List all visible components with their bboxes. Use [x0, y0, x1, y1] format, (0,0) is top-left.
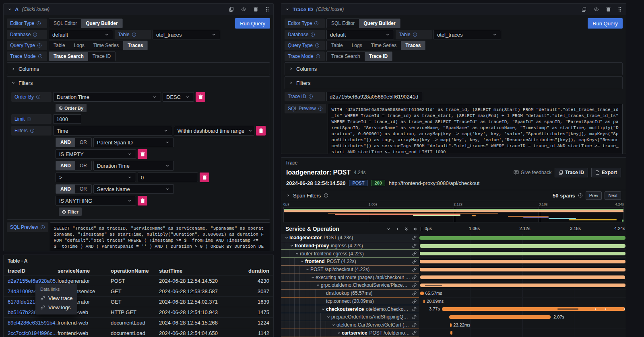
column-header-traceid[interactable]: traceID	[8, 268, 58, 274]
table-select[interactable]: otel_traces	[153, 30, 220, 39]
span-label[interactable]: POST /api/checkout (4.22s)	[281, 266, 419, 274]
query-builder-option[interactable]: Query Builder	[81, 19, 122, 28]
span-bar[interactable]	[420, 252, 625, 255]
trace-mode-search[interactable]: Trace Search	[327, 52, 365, 61]
span-link-icon[interactable]	[412, 235, 417, 240]
or-option[interactable]: OR	[75, 161, 91, 170]
prev-span-button[interactable]: Prev	[586, 191, 602, 200]
and-option[interactable]: AND	[56, 161, 75, 170]
chevron-down-icon[interactable]	[290, 244, 294, 248]
span-label[interactable]: grpc.oteldemo.CheckoutService/PlaceOrder…	[281, 282, 419, 290]
collapse-all-icon[interactable]	[404, 227, 409, 231]
column-header-duration[interactable]: duration	[228, 268, 269, 274]
trace-id-copy-button[interactable]: Trace ID	[555, 168, 588, 177]
span-bar[interactable]	[450, 331, 452, 335]
collapse-chevron-icon[interactable]	[285, 7, 289, 11]
database-select[interactable]: default	[49, 30, 113, 39]
hide-query-icon[interactable]	[594, 7, 599, 11]
column-header-servicename[interactable]: serviceName	[58, 268, 111, 274]
info-icon[interactable]	[37, 43, 42, 48]
limit-input[interactable]	[53, 114, 81, 124]
info-icon[interactable]	[36, 95, 41, 99]
chevron-right-icon[interactable]	[286, 193, 290, 197]
info-icon[interactable]	[578, 193, 583, 198]
collapse-chevron-icon[interactable]	[8, 7, 12, 11]
span-bar[interactable]	[420, 260, 625, 263]
span-link-icon[interactable]	[412, 275, 417, 280]
query-type-traces[interactable]: Traces	[401, 41, 425, 50]
filters-section-header[interactable]: Filters	[11, 77, 266, 89]
chevron-down-icon[interactable]	[300, 259, 304, 263]
info-icon[interactable]	[30, 128, 35, 133]
query-type-table[interactable]: Table	[49, 41, 70, 50]
chevron-down-icon[interactable]	[305, 267, 310, 271]
span-track[interactable]: 23.22ms	[419, 321, 626, 329]
span-label[interactable]: oteldemo.CartService/GetCart (23.22ms)	[281, 321, 419, 329]
remove-filter-button[interactable]	[200, 173, 209, 182]
span-label[interactable]: dns.lookup (65.57ms)	[281, 290, 419, 298]
trace-id-input[interactable]	[326, 92, 423, 101]
chevron-down-icon[interactable]	[316, 283, 320, 287]
span-bar[interactable]	[420, 244, 625, 248]
span-track[interactable]	[419, 242, 626, 250]
info-icon[interactable]	[413, 32, 417, 37]
span-bar[interactable]	[420, 292, 424, 295]
info-icon[interactable]	[315, 43, 320, 48]
table-select[interactable]: otel_traces	[433, 30, 501, 39]
view-logs-link[interactable]: View logs	[40, 303, 72, 312]
info-icon[interactable]	[36, 21, 41, 26]
span-label[interactable]: prepareOrderItemsAndShippingQuoteFromCar…	[281, 313, 419, 321]
query-type-timeseries[interactable]: Time Series	[367, 41, 401, 50]
trace-minimap[interactable]	[283, 207, 624, 222]
remove-filter-button[interactable]	[138, 149, 147, 159]
span-track[interactable]	[419, 258, 626, 266]
span-track[interactable]	[419, 282, 626, 290]
trace-mode-id[interactable]: Trace ID	[88, 52, 116, 61]
info-icon[interactable]	[314, 21, 319, 26]
filter-operator-select[interactable]: IS ANYTHING	[56, 196, 136, 205]
span-track[interactable]	[419, 266, 626, 274]
span-link-icon[interactable]	[412, 259, 417, 264]
delete-query-icon[interactable]	[254, 7, 258, 12]
and-option[interactable]: AND	[56, 138, 75, 147]
query-ref-name[interactable]: Trace ID	[293, 6, 313, 12]
span-label[interactable]: frontend-proxy ingress (4.22s)	[281, 242, 419, 250]
span-label[interactable]: cartservice POST /oteldemo.CartService/G…	[281, 329, 419, 337]
chevron-down-icon[interactable]	[337, 331, 341, 335]
add-filter-button[interactable]: Filter	[59, 208, 82, 216]
span-bar[interactable]	[423, 300, 425, 303]
chevron-down-icon[interactable]	[285, 236, 289, 240]
give-feedback-link[interactable]: Give feedback	[514, 170, 552, 175]
chevron-down-icon[interactable]	[332, 323, 336, 327]
span-label[interactable]: tcp.connect (20.09ms)	[281, 298, 419, 306]
and-option[interactable]: AND	[56, 185, 75, 193]
span-link-icon[interactable]	[412, 323, 417, 328]
span-track[interactable]: 3.77s	[419, 305, 626, 313]
column-header-starttime[interactable]: startTime	[159, 268, 228, 274]
span-link-icon[interactable]	[412, 330, 417, 335]
filter-operator-select[interactable]: IS EMPTY	[56, 149, 136, 159]
view-trace-link[interactable]: View trace	[40, 294, 72, 303]
filter-field-select[interactable]: Duration Time	[93, 161, 174, 171]
chevron-down-icon[interactable]	[326, 315, 330, 319]
sql-editor-option[interactable]: SQL Editor	[49, 19, 81, 28]
columns-section-header[interactable]: Columns	[289, 63, 618, 75]
span-bar[interactable]	[420, 284, 625, 287]
database-select[interactable]: default	[326, 30, 394, 39]
filter-time-field-select[interactable]: Time	[53, 126, 172, 136]
filter-time-operator-select[interactable]: Within dashboard time range	[174, 126, 254, 136]
span-label[interactable]: loadgenerator POST (4.23s)	[281, 234, 419, 242]
filters-section-header[interactable]: Filters	[289, 77, 618, 89]
info-icon[interactable]	[316, 54, 320, 59]
filter-operator-select[interactable]: >	[56, 173, 136, 182]
info-icon[interactable]	[132, 32, 136, 37]
filter-value-input[interactable]	[138, 173, 198, 182]
run-query-button[interactable]: Run Query	[588, 18, 623, 29]
span-track[interactable]: 20.09ms	[419, 298, 626, 306]
or-option[interactable]: OR	[75, 138, 91, 147]
duplicate-query-icon[interactable]	[582, 7, 586, 12]
info-icon[interactable]	[324, 193, 328, 198]
span-bar[interactable]	[419, 236, 625, 240]
span-track[interactable]: 2.07s	[419, 313, 626, 321]
chevron-down-icon[interactable]	[311, 275, 315, 279]
